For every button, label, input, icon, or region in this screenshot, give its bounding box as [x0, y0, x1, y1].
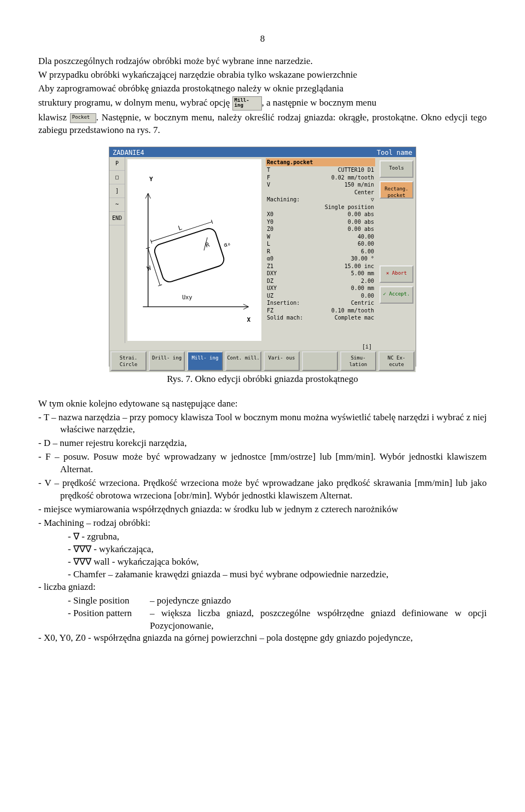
param-row: Y00.00 abs — [266, 218, 375, 226]
svg-line-7 — [151, 222, 212, 241]
titlebar-right: Tool name — [377, 148, 412, 156]
info-label: [i] — [109, 343, 416, 351]
diagram-W: W — [146, 264, 152, 272]
svg-line-2 — [148, 193, 151, 198]
item-xyz: - X0, Y0, Z0 - współrzędna gniazda na gó… — [45, 632, 487, 645]
tool-p[interactable]: P — [109, 157, 125, 171]
text: klawisz — [38, 112, 70, 123]
machining-sub2: - ∇∇∇ - wykańczająca, — [68, 543, 487, 556]
paragraph-2e: klawisz Pocket. Następnie, w bocznym men… — [38, 112, 487, 137]
text: Aby zaprogramować obróbkę gniazda prosto… — [38, 83, 343, 94]
param-row: α030.00 ° — [266, 255, 375, 263]
rectang-pocket-button[interactable]: Rectang. pocket — [380, 181, 413, 199]
param-row: Center — [266, 189, 375, 196]
fbtn-various[interactable]: Vari- ous — [264, 351, 300, 371]
left-toolbar: P □ ] ~ END — [109, 157, 125, 343]
text: , a następnie w bocznym menu — [262, 97, 377, 108]
param-row: Solid mach:Complete mac — [266, 314, 375, 322]
tool-rect[interactable]: □ — [109, 171, 125, 184]
machining-sub4: - Chamfer – załamanie krawędzi gniazda –… — [68, 569, 487, 581]
item-D: - D – numer rejestru korekcji narzędzia, — [38, 437, 487, 450]
param-row: Single position — [266, 204, 375, 211]
pos-single-desc: – pojedyncze gniazdo — [150, 595, 487, 607]
parameters-panel: Rectang.pocket TCUTTER10 D1F0.02 mm/toot… — [264, 157, 377, 343]
page-number: 8 — [38, 33, 487, 45]
param-row: W40.00 — [266, 233, 375, 241]
svg-rect-6 — [153, 227, 225, 283]
param-row: R6.00 — [266, 248, 375, 256]
diagram-a0: α₀ — [223, 240, 231, 248]
param-row: FZ0.10 mm/tooth — [266, 307, 375, 315]
paragraph-2c: struktury programu, w dolnym menu, wybra… — [38, 96, 487, 111]
item-F: - F – posuw. Posuw może być wprowadzany … — [60, 451, 487, 476]
param-row: Z00.00 abs — [266, 225, 375, 233]
param-row: X00.00 abs — [266, 211, 375, 218]
param-row: Z115.00 inc — [266, 263, 375, 270]
diagram-R: R — [205, 241, 211, 249]
bottom-menu: Strai. Circle Drill- ing Mill- ing Cont.… — [109, 350, 416, 372]
item-V: - V – prędkość wrzeciona. Prędkość wrzec… — [60, 477, 487, 502]
pocket-diagram: Y X L W — [127, 159, 261, 341]
fbtn-execute[interactable]: NC Ex- ecute — [378, 351, 415, 371]
paragraph-2a: W przypadku obróbki wykańczającej narzęd… — [38, 69, 487, 82]
axis-y-label: Y — [149, 176, 153, 184]
text: . Następnie, w bocznym menu, należy okre… — [38, 112, 487, 135]
param-row: DZ2.00 — [266, 277, 375, 285]
axis-x-label: X — [247, 316, 250, 324]
param-row: F0.02 mm/tooth — [266, 174, 375, 182]
liczba-header: - liczba gniazd: — [38, 581, 487, 594]
item-miejsce: - miejsce wymiarowania współrzędnych gni… — [45, 503, 487, 516]
param-row: Insertion:Centric — [266, 299, 375, 307]
cnc-editor-screenshot: ZADANIE4 Tool name P □ ] ~ END Y X — [109, 147, 416, 367]
param-row: UXY0.00 mm — [266, 285, 375, 292]
tool-bracket[interactable]: ] — [109, 184, 125, 198]
machining-sub1: - ∇ - zgrubna, — [68, 531, 487, 543]
fbtn-cont-mill[interactable]: Cont. mill. — [225, 351, 261, 371]
window-title: ZADANIE4 — [113, 148, 144, 156]
pos-single: - Single position – pojedyncze gniazdo — [68, 595, 487, 607]
param-row: L60.00 — [266, 240, 375, 248]
accept-button[interactable]: ✓ Accept. — [380, 286, 413, 304]
param-row: TCUTTER10 D1 — [266, 166, 375, 174]
param-row: V150 m/min — [266, 181, 375, 189]
fbtn-strai-circle[interactable]: Strai. Circle — [110, 351, 147, 371]
diagram-U: Uxy — [182, 294, 192, 300]
pos-pattern: - Position pattern – większa liczba gnia… — [68, 607, 487, 633]
machining-header: - Machining – rodzaj obróbki: — [38, 517, 487, 530]
pocket-button-inline: Pocket — [70, 113, 96, 123]
paragraph-2b: Aby zaprogramować obróbkę gniazda prosto… — [38, 83, 487, 95]
text: struktury programu, w dolnym menu, wybra… — [38, 97, 232, 108]
list-intro: W tym oknie kolejno edytowane są następu… — [38, 398, 487, 410]
fbtn-milling[interactable]: Mill- ing — [187, 351, 223, 371]
abort-button[interactable]: ✕ Abort — [380, 265, 413, 283]
diagram-L: L — [177, 224, 183, 232]
paragraph-1: Dla poszczególnych rodzajów obróbki może… — [38, 55, 487, 68]
right-button-bar: Tools Rectang. pocket ✕ Abort ✓ Accept. — [377, 157, 416, 343]
pos-pattern-label: - Position pattern — [68, 607, 150, 633]
milling-button-inline: Mill- ing — [232, 96, 262, 111]
param-row: Machining:▽ — [266, 196, 375, 204]
params-header: Rectang.pocket — [266, 158, 375, 167]
svg-line-4 — [243, 304, 248, 307]
machining-sub3: - ∇∇∇ wall - wykańczająca boków, — [68, 556, 487, 569]
param-row: UZ0.00 — [266, 292, 375, 300]
figure-caption: Rys. 7. Okno edycji obróbki gniazda pros… — [38, 373, 487, 386]
pos-pattern-desc: – większa liczba gniazd, poszczególne ws… — [150, 607, 487, 633]
fbtn-simulation[interactable]: Simu- lation — [340, 351, 376, 371]
pos-single-label: - Single position — [68, 595, 150, 607]
tool-end[interactable]: END — [109, 212, 125, 225]
tool-wave[interactable]: ~ — [109, 198, 125, 212]
param-row: DXY5.00 mm — [266, 270, 375, 277]
tools-button[interactable]: Tools — [380, 160, 413, 178]
window-titlebar: ZADANIE4 Tool name — [109, 147, 416, 157]
fbtn-drilling[interactable]: Drill- ing — [149, 351, 185, 371]
fbtn-blank[interactable] — [302, 351, 338, 371]
item-T: - T – nazwa narzędzia – przy pomocy klaw… — [60, 411, 487, 437]
